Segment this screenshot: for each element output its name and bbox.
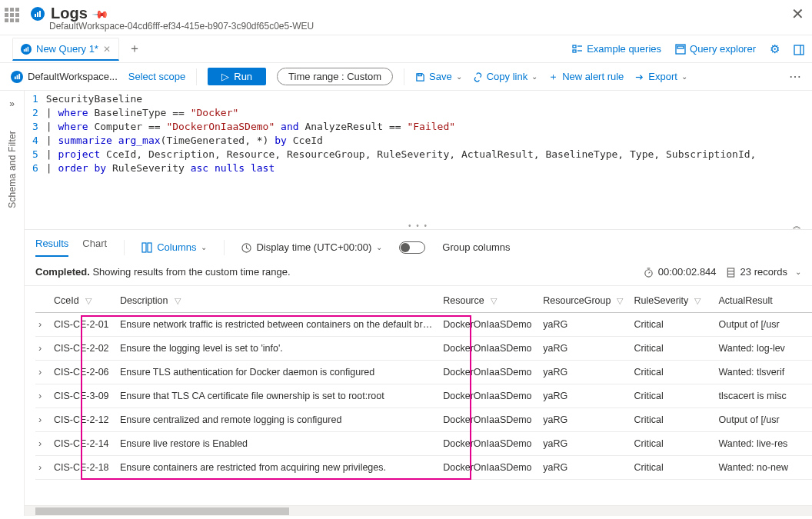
tab-new-query[interactable]: New Query 1* ✕ bbox=[12, 38, 119, 61]
example-queries-button[interactable]: Example queries bbox=[572, 43, 661, 55]
schema-filter-tab[interactable]: Schema and Filter bbox=[7, 131, 18, 208]
horizontal-scrollbar[interactable] bbox=[25, 505, 812, 516]
collapse-up-icon[interactable]: ︽ bbox=[793, 220, 801, 231]
breadcrumb[interactable]: DefaultWorkspace-04cd6fff-ef34-415e-b907… bbox=[49, 21, 791, 32]
splitter-handle[interactable]: • • • ︽ bbox=[25, 221, 812, 229]
cell-description: Ensure the logging level is set to 'info… bbox=[117, 337, 440, 361]
logs-icon bbox=[21, 44, 32, 55]
table-row[interactable]: ›CIS-CE-3-09Ensure that TLS CA certifica… bbox=[35, 384, 812, 408]
close-icon[interactable]: ✕ bbox=[791, 5, 804, 23]
drag-dots-icon: • • • bbox=[408, 221, 428, 230]
chevron-down-icon: ⌄ bbox=[681, 72, 687, 81]
filter-icon[interactable]: ▽ bbox=[491, 296, 497, 306]
cell-cceid: CIS-CE-2-01 bbox=[51, 313, 117, 337]
cell-severity: Critical bbox=[631, 337, 715, 361]
pin-icon[interactable]: 📌 bbox=[92, 5, 109, 22]
filter-icon[interactable]: ▽ bbox=[175, 296, 181, 306]
expand-row-icon[interactable]: › bbox=[38, 343, 42, 354]
select-scope-link[interactable]: Select scope bbox=[128, 71, 185, 82]
cell-resource: DockerOnIaaSDemo bbox=[440, 408, 540, 432]
cell-resourcegroup: yaRG bbox=[540, 337, 631, 361]
cell-cceid: CIS-CE-2-18 bbox=[51, 456, 117, 480]
expand-row-icon[interactable]: › bbox=[38, 414, 42, 425]
expand-rail-icon[interactable]: » bbox=[9, 98, 15, 109]
logs-icon bbox=[11, 71, 23, 83]
export-button[interactable]: Export ⌄ bbox=[634, 71, 687, 82]
tab-results[interactable]: Results bbox=[35, 238, 68, 257]
display-time-button[interactable]: Display time (UTC+00:00) ⌄ bbox=[241, 241, 382, 253]
query-explorer-button[interactable]: Query explorer bbox=[675, 43, 756, 55]
play-icon: ▷ bbox=[221, 71, 229, 82]
cell-resource: DockerOnIaaSDemo bbox=[440, 361, 540, 384]
chevron-down-icon: ⌄ bbox=[795, 268, 801, 276]
expand-row-icon[interactable]: › bbox=[38, 438, 42, 449]
record-count[interactable]: 23 records ⌄ bbox=[726, 266, 801, 278]
group-columns-toggle[interactable] bbox=[399, 241, 425, 254]
svg-rect-3 bbox=[24, 49, 25, 52]
chevron-down-icon: ⌄ bbox=[201, 243, 207, 251]
query-editor[interactable]: 123456 SecurityBaseline| where BaselineT… bbox=[25, 91, 812, 175]
logs-icon bbox=[31, 7, 45, 21]
filter-icon[interactable]: ▽ bbox=[85, 296, 92, 306]
table-row[interactable]: ›CIS-CE-2-14Ensure live restore is Enabl… bbox=[35, 432, 812, 456]
cell-severity: Critical bbox=[631, 456, 715, 480]
divider bbox=[196, 68, 197, 85]
save-button[interactable]: Save ⌄ bbox=[415, 71, 462, 82]
svg-rect-5 bbox=[28, 46, 29, 51]
cell-cceid: CIS-CE-2-12 bbox=[51, 408, 117, 432]
chevron-down-icon: ⌄ bbox=[376, 243, 382, 251]
clock-icon bbox=[241, 241, 251, 253]
svg-rect-20 bbox=[148, 243, 151, 252]
tab-chart[interactable]: Chart bbox=[82, 238, 107, 257]
time-range-selector[interactable]: Time range : Custom bbox=[277, 68, 393, 85]
svg-rect-7 bbox=[573, 50, 576, 52]
cell-actualresult: Wanted: log-lev bbox=[715, 337, 812, 361]
svg-rect-17 bbox=[418, 74, 422, 76]
svg-point-22 bbox=[645, 270, 652, 277]
expand-row-icon[interactable]: › bbox=[38, 319, 42, 330]
filter-icon[interactable]: ▽ bbox=[617, 296, 623, 306]
more-icon[interactable]: ⋯ bbox=[789, 69, 801, 84]
scope-selector[interactable]: DefaultWorkspace... bbox=[11, 71, 118, 83]
cell-description: Ensure TLS authentication for Docker dae… bbox=[117, 361, 440, 384]
divider bbox=[224, 240, 225, 255]
svg-rect-15 bbox=[16, 75, 18, 79]
svg-rect-14 bbox=[14, 77, 15, 80]
expand-row-icon[interactable]: › bbox=[38, 391, 42, 401]
filter-icon[interactable]: ▽ bbox=[694, 296, 701, 306]
table-row[interactable]: ›CIS-CE-2-02Ensure the logging level is … bbox=[35, 337, 812, 361]
table-row[interactable]: ›CIS-CE-2-01Ensure network traffic is re… bbox=[35, 313, 812, 337]
columns-icon bbox=[141, 241, 152, 254]
cell-resource: DockerOnIaaSDemo bbox=[440, 337, 540, 361]
divider bbox=[404, 68, 404, 85]
app-launcher-icon[interactable] bbox=[5, 8, 25, 28]
cell-resourcegroup: yaRG bbox=[540, 313, 631, 337]
gear-icon[interactable]: ⚙ bbox=[770, 42, 780, 56]
expand-row-icon[interactable]: › bbox=[38, 462, 42, 473]
cell-description: Ensure centralized and remote logging is… bbox=[117, 408, 440, 432]
cell-resource: DockerOnIaaSDemo bbox=[440, 313, 540, 337]
tab-close-icon[interactable]: ✕ bbox=[103, 44, 111, 55]
table-row[interactable]: ›CIS-CE-2-12Ensure centralized and remot… bbox=[35, 408, 812, 432]
new-alert-button[interactable]: ＋ New alert rule bbox=[548, 70, 624, 84]
table-row[interactable]: ›CIS-CE-2-18Ensure containers are restri… bbox=[35, 456, 812, 480]
save-icon bbox=[415, 71, 425, 82]
panel-icon[interactable] bbox=[794, 42, 804, 55]
cell-resourcegroup: yaRG bbox=[540, 384, 631, 408]
cell-description: Ensure network traffic is restricted bet… bbox=[117, 313, 440, 337]
stopwatch-icon bbox=[644, 266, 654, 278]
table-row[interactable]: ›CIS-CE-2-06Ensure TLS authentication fo… bbox=[35, 361, 812, 384]
line-gutter: 123456 bbox=[25, 92, 46, 175]
cell-resource: DockerOnIaaSDemo bbox=[440, 456, 540, 480]
cell-resourcegroup: yaRG bbox=[540, 456, 631, 480]
cell-resourcegroup: yaRG bbox=[540, 432, 631, 456]
run-button[interactable]: ▷ Run bbox=[208, 68, 266, 85]
cell-actualresult: Output of [/usr bbox=[715, 408, 812, 432]
svg-rect-25 bbox=[727, 268, 734, 277]
columns-button[interactable]: Columns ⌄ bbox=[141, 241, 207, 254]
expand-row-icon[interactable]: › bbox=[38, 367, 42, 378]
cell-actualresult: Output of [/usr bbox=[715, 313, 812, 337]
copy-link-button[interactable]: Copy link ⌄ bbox=[473, 71, 537, 82]
code-area[interactable]: SecurityBaseline| where BaselineType == … bbox=[46, 92, 812, 175]
add-tab-button[interactable]: ＋ bbox=[128, 41, 141, 57]
